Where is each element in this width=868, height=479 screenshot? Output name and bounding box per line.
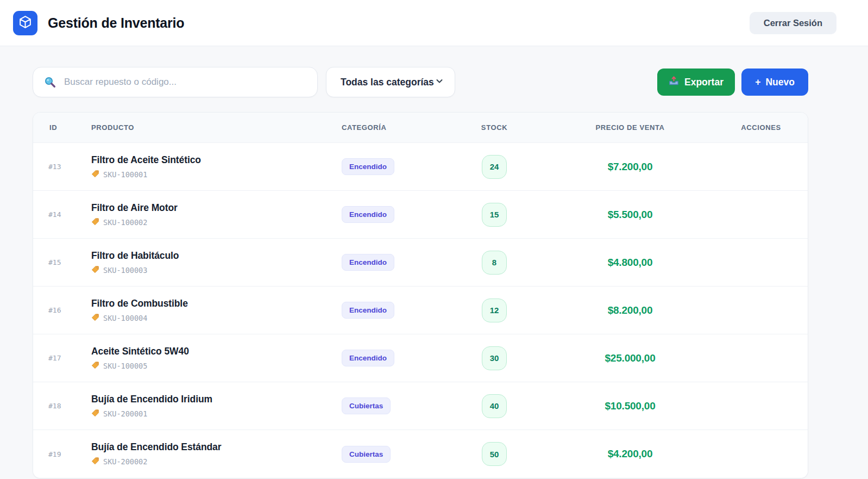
price-value: $7.200,00: [546, 161, 714, 173]
category-badge: Encendido: [342, 350, 394, 366]
row-id: #16: [33, 306, 91, 314]
chevron-down-icon: [435, 77, 444, 88]
column-header-stock: STOCK: [443, 123, 546, 132]
price-value: $8.200,00: [546, 304, 714, 316]
product-sku: SKU-100003: [103, 266, 147, 275]
product-sku-line: SKU-200002: [91, 457, 342, 466]
row-id: #18: [33, 402, 91, 410]
category-filter-select[interactable]: Todas las categorías: [326, 67, 455, 97]
cube-icon: [18, 15, 33, 32]
main-content: Todas las categorías Exportar + Nuevo: [33, 67, 808, 478]
search-icon: [44, 76, 56, 88]
row-id: #17: [33, 354, 91, 362]
stock-badge: 50: [482, 442, 507, 466]
product-name: Filtro de Aceite Sintético: [91, 154, 342, 166]
product-name: Filtro de Combustible: [91, 298, 342, 309]
product-cell: Bujía de Encendido Estándar SKU-200002: [91, 441, 342, 466]
search-input[interactable]: [33, 67, 318, 97]
column-header-categoria: CATEGORÍA: [342, 123, 443, 132]
tag-icon: [91, 170, 99, 179]
inventory-table-card: ID PRODUCTO CATEGORÍA STOCK PRECIO DE VE…: [33, 112, 808, 478]
category-cell: Encendido: [342, 206, 443, 223]
top-bar: Gestión de Inventario Cerrar Sesión: [0, 0, 868, 46]
tag-icon: [91, 457, 99, 466]
stock-badge: 8: [482, 251, 507, 275]
category-badge: Encendido: [342, 206, 394, 223]
product-name: Aceite Sintético 5W40: [91, 346, 342, 357]
product-sku-line: SKU-100004: [91, 313, 342, 323]
product-sku: SKU-100001: [103, 170, 147, 179]
product-sku-line: SKU-100003: [91, 265, 342, 275]
product-name: Bujía de Encendido Iridium: [91, 394, 342, 405]
table-row: #14 Filtro de Aire Motor SKU-100002 Ence…: [33, 191, 808, 239]
product-cell: Filtro de Habitáculo SKU-100003: [91, 250, 342, 275]
table-header-row: ID PRODUCTO CATEGORÍA STOCK PRECIO DE VE…: [33, 113, 808, 143]
price-value: $4.200,00: [546, 448, 714, 460]
table-row: #15 Filtro de Habitáculo SKU-100003 Ence…: [33, 239, 808, 287]
category-filter-value: Todas las categorías: [341, 77, 434, 88]
plus-icon: +: [755, 77, 760, 88]
table-row: #16 Filtro de Combustible SKU-100004 Enc…: [33, 287, 808, 334]
page-title: Gestión de Inventario: [48, 15, 184, 31]
product-cell: Bujía de Encendido Iridium SKU-200001: [91, 394, 342, 419]
product-cell: Filtro de Aire Motor SKU-100002: [91, 202, 342, 227]
category-badge: Cubiertas: [342, 446, 391, 463]
column-header-producto: PRODUCTO: [91, 123, 342, 132]
column-header-acciones: ACCIONES: [714, 123, 808, 132]
upload-tray-icon: [669, 76, 679, 89]
category-badge: Encendido: [342, 158, 394, 175]
stock-cell: 15: [443, 203, 546, 227]
product-sku-line: SKU-200001: [91, 409, 342, 419]
column-header-id: ID: [33, 123, 91, 132]
product-cell: Aceite Sintético 5W40 SKU-100005: [91, 346, 342, 371]
stock-badge: 15: [482, 203, 507, 227]
product-name: Bujía de Encendido Estándar: [91, 441, 342, 453]
column-header-precio: PRECIO DE VENTA: [546, 123, 714, 132]
price-value: $25.000,00: [546, 352, 714, 364]
tag-icon: [91, 265, 99, 275]
table-row: #19 Bujía de Encendido Estándar SKU-2000…: [33, 430, 808, 478]
toolbar: Todas las categorías Exportar + Nuevo: [33, 67, 808, 97]
tag-icon: [91, 217, 99, 227]
product-sku: SKU-100004: [103, 314, 147, 322]
tag-icon: [91, 361, 99, 371]
stock-cell: 30: [443, 346, 546, 370]
table-row: #18 Bujía de Encendido Iridium SKU-20000…: [33, 382, 808, 430]
product-cell: Filtro de Aceite Sintético SKU-100001: [91, 154, 342, 179]
stock-badge: 40: [482, 394, 507, 418]
product-name: Filtro de Aire Motor: [91, 202, 342, 214]
app-logo: [13, 11, 37, 35]
stock-cell: 12: [443, 298, 546, 322]
row-id: #14: [33, 210, 91, 219]
search-box: [33, 67, 318, 97]
export-button[interactable]: Exportar: [657, 69, 735, 96]
category-cell: Cubiertas: [342, 397, 443, 414]
category-cell: Encendido: [342, 302, 443, 319]
new-button[interactable]: + Nuevo: [741, 69, 808, 96]
stock-cell: 50: [443, 442, 546, 466]
tag-icon: [91, 409, 99, 419]
product-sku-line: SKU-100005: [91, 361, 342, 371]
export-button-label: Exportar: [684, 77, 724, 88]
stock-cell: 8: [443, 251, 546, 275]
stock-cell: 24: [443, 155, 546, 179]
category-cell: Encendido: [342, 350, 443, 366]
stock-badge: 12: [482, 298, 507, 322]
product-cell: Filtro de Combustible SKU-100004: [91, 298, 342, 323]
logout-button[interactable]: Cerrar Sesión: [750, 12, 836, 34]
category-cell: Encendido: [342, 254, 443, 271]
stock-cell: 40: [443, 394, 546, 418]
product-sku: SKU-100002: [103, 218, 147, 227]
product-sku: SKU-200002: [103, 457, 147, 466]
product-sku-line: SKU-100001: [91, 170, 342, 179]
product-name: Filtro de Habitáculo: [91, 250, 342, 262]
category-cell: Encendido: [342, 158, 443, 175]
price-value: $5.500,00: [546, 209, 714, 221]
stock-badge: 30: [482, 346, 507, 370]
row-id: #19: [33, 450, 91, 458]
product-sku-line: SKU-100002: [91, 217, 342, 227]
category-badge: Cubiertas: [342, 397, 391, 414]
row-id: #15: [33, 258, 91, 266]
table-row: #13 Filtro de Aceite Sintético SKU-10000…: [33, 143, 808, 191]
category-badge: Encendido: [342, 254, 394, 271]
